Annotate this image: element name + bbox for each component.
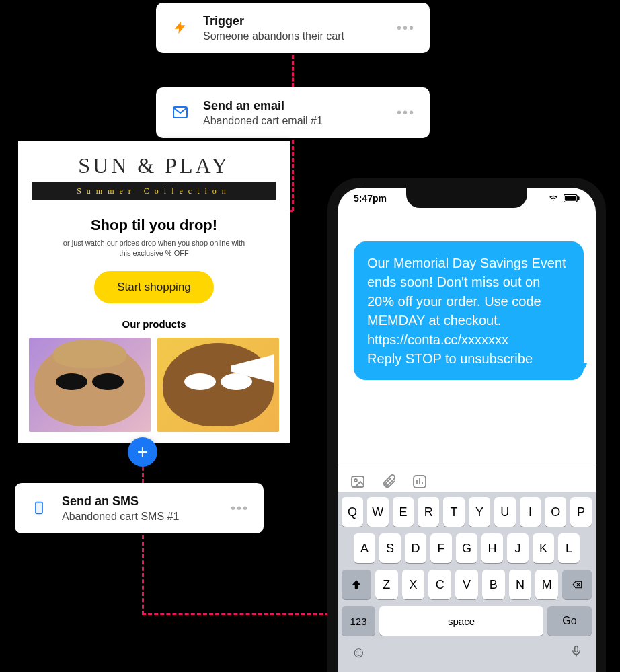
keyboard-row: QWERTYUIOP (342, 497, 592, 527)
keyboard-key[interactable]: E (393, 497, 414, 527)
keyboard-row: ZXCVBNM (342, 570, 592, 599)
phone-keyboard[interactable]: QWERTYUIOP ASDFGHJKL ZXCVBNM 123 space G… (338, 492, 596, 672)
lightning-bolt-icon (168, 15, 192, 40)
keyboard-key[interactable]: Q (342, 497, 363, 527)
more-menu[interactable]: ••• (394, 20, 418, 36)
connector-email-down (292, 140, 294, 211)
keyboard-key[interactable]: V (455, 570, 478, 599)
numbers-key[interactable]: 123 (342, 606, 375, 636)
connector-to-phone (142, 613, 342, 615)
keyboard-key[interactable]: U (494, 497, 516, 527)
keyboard-key[interactable]: F (430, 533, 452, 563)
brand-title: SUN & PLAY (18, 153, 290, 178)
svg-rect-9 (575, 646, 578, 652)
keyboard-key[interactable]: N (509, 570, 532, 599)
keyboard-key[interactable]: L (558, 533, 580, 563)
phone-notch (406, 188, 527, 208)
svg-point-7 (354, 479, 357, 482)
keyboard-key[interactable]: W (367, 497, 389, 527)
keyboard-key[interactable]: C (428, 570, 451, 599)
flow-node-email[interactable]: Send an email Abandoned cart email #1 ••… (156, 87, 430, 138)
connector-sms-down (142, 535, 144, 615)
start-shopping-button[interactable]: Start shopping (94, 271, 214, 303)
keyboard-key[interactable]: D (405, 533, 426, 563)
more-menu[interactable]: ••• (228, 500, 251, 516)
phone-icon (27, 496, 51, 520)
mic-icon[interactable] (570, 644, 582, 663)
keyboard-key[interactable]: G (456, 533, 477, 563)
keyboard-key[interactable]: R (418, 497, 439, 527)
keyboard-key[interactable]: H (481, 533, 503, 563)
node-title: Send an SMS (62, 494, 217, 509)
envelope-icon (168, 100, 192, 124)
phone-screen: 5:47pm Our Memorial Day Savings Event en… (338, 188, 596, 672)
keyboard-bottom-row: ☺ (342, 642, 592, 664)
keyboard-key[interactable]: I (520, 497, 541, 527)
phone-mockup: 5:47pm Our Memorial Day Savings Event en… (327, 178, 606, 672)
backspace-key[interactable] (562, 570, 592, 599)
svg-rect-4 (565, 196, 576, 200)
add-step-button[interactable]: + (128, 437, 157, 467)
sms-message-bubble: Our Memorial Day Savings Event ends soon… (354, 241, 584, 380)
keyboard-key[interactable]: T (443, 497, 465, 527)
connector-trigger-to-email (292, 55, 294, 87)
brand-subtitle-bar: Summer Collection (32, 182, 276, 200)
svg-rect-2 (36, 502, 42, 514)
keyboard-key[interactable]: Y (469, 497, 490, 527)
keyboard-key[interactable]: M (535, 570, 558, 599)
node-subtitle: Abandoned cart SMS #1 (62, 511, 217, 523)
node-subtitle: Someone abandons their cart (203, 30, 383, 42)
email-headline: Shop til you drop! (18, 217, 290, 234)
status-time: 5:47pm (354, 193, 387, 204)
wifi-icon (547, 193, 559, 204)
shift-key[interactable] (342, 570, 371, 599)
products-heading: Our products (18, 318, 290, 330)
keyboard-row: 123 space Go (342, 606, 592, 636)
sms-body: Our Memorial Day Savings Event ends soon… (367, 256, 566, 366)
node-title: Send an email (203, 98, 383, 114)
flow-node-sms[interactable]: Send an SMS Abandoned cart SMS #1 ••• (15, 483, 264, 533)
svg-rect-5 (578, 196, 579, 200)
keyboard-key[interactable]: A (354, 533, 375, 563)
photo-icon[interactable] (348, 472, 367, 491)
go-key[interactable]: Go (547, 606, 592, 636)
battery-icon (564, 194, 580, 204)
svg-rect-6 (352, 476, 364, 487)
space-key[interactable]: space (379, 606, 543, 636)
attachment-icon[interactable] (379, 472, 398, 491)
keyboard-key[interactable]: J (507, 533, 529, 563)
node-subtitle: Abandoned cart email #1 (203, 115, 383, 127)
product-image (157, 338, 279, 432)
keyboard-key[interactable]: B (482, 570, 505, 599)
keyboard-key[interactable]: Z (375, 570, 398, 599)
keyboard-key[interactable]: X (402, 570, 425, 599)
email-preview-card: SUN & PLAY Summer Collection Shop til yo… (18, 141, 290, 443)
emoji-icon[interactable]: ☺ (351, 644, 366, 663)
message-input-bar[interactable] (338, 465, 596, 495)
product-image (29, 338, 151, 432)
poll-icon[interactable] (410, 472, 429, 491)
keyboard-row: ASDFGHJKL (342, 533, 592, 563)
keyboard-key[interactable]: K (533, 533, 554, 563)
more-menu[interactable]: ••• (394, 105, 418, 120)
keyboard-key[interactable]: S (379, 533, 401, 563)
keyboard-key[interactable]: O (545, 497, 566, 527)
email-subtext: or just watch our prices drop when you s… (18, 238, 290, 259)
product-row (18, 330, 290, 443)
flow-node-trigger[interactable]: Trigger Someone abandons their cart ••• (156, 3, 430, 53)
keyboard-key[interactable]: P (570, 497, 592, 527)
node-title: Trigger (203, 13, 383, 29)
